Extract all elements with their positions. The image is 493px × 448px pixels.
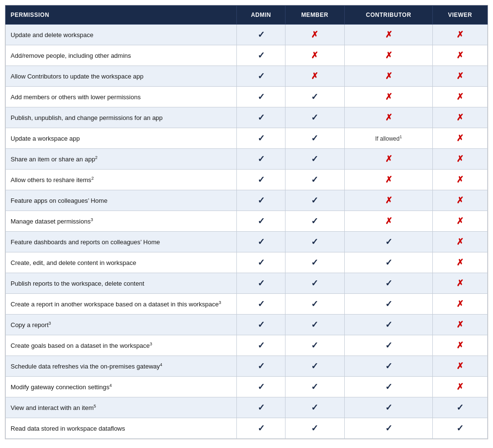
- permission-label: Create goals based on a dataset in the w…: [6, 335, 237, 356]
- cell-admin: ✓: [237, 397, 285, 418]
- permissions-table: PERMISSION ADMIN MEMBER CONTRIBUTOR VIEW…: [5, 5, 488, 439]
- cell-viewer: ✗: [433, 273, 488, 294]
- cell-viewer: ✗: [433, 107, 488, 128]
- check-icon: ✓: [385, 237, 392, 247]
- check-icon: ✓: [258, 341, 265, 350]
- check-icon: ✓: [258, 154, 265, 164]
- cell-contributor: If allowed1: [344, 128, 432, 149]
- check-icon: ✓: [385, 361, 392, 371]
- check-icon: ✓: [258, 51, 265, 60]
- cell-viewer: ✗: [433, 190, 488, 211]
- cross-icon: ✗: [385, 51, 392, 60]
- cell-member: ✗: [285, 45, 344, 66]
- cell-member: ✓: [285, 377, 344, 397]
- table-row: Create, edit, and delete content in work…: [6, 252, 488, 273]
- cell-viewer: ✗: [433, 356, 488, 377]
- check-icon: ✓: [311, 403, 318, 412]
- check-icon: ✓: [258, 175, 265, 184]
- cell-contributor: ✗: [344, 190, 432, 211]
- cell-member: ✓: [285, 211, 344, 232]
- check-icon: ✓: [258, 258, 265, 267]
- check-icon: ✓: [456, 423, 464, 433]
- cell-contributor: ✓: [344, 315, 432, 335]
- check-icon: ✓: [258, 403, 265, 412]
- cell-contributor: ✓: [344, 335, 432, 356]
- check-icon: ✓: [311, 299, 318, 309]
- check-icon: ✓: [258, 30, 265, 40]
- cell-viewer: ✗: [433, 211, 488, 232]
- cell-contributor: ✓: [344, 273, 432, 294]
- table-row: Create a report in another workspace bas…: [6, 294, 488, 315]
- permission-label: Add/remove people, including other admin…: [6, 45, 237, 66]
- cell-admin: ✓: [237, 190, 285, 211]
- cell-member: ✓: [285, 335, 344, 356]
- table-row: Update a workspace app✓✓If allowed1✗: [6, 128, 488, 149]
- cross-icon: ✗: [456, 299, 464, 309]
- cell-contributor: ✗: [344, 211, 432, 232]
- cross-icon: ✗: [456, 341, 464, 350]
- check-icon: ✓: [311, 237, 318, 247]
- cross-icon: ✗: [385, 92, 392, 102]
- table-row: Modify gateway connection settings4✓✓✓✗: [6, 377, 488, 397]
- cell-viewer: ✗: [433, 128, 488, 149]
- check-icon: ✓: [258, 361, 265, 371]
- cross-icon: ✗: [456, 30, 464, 40]
- permission-label: Update a workspace app: [6, 128, 237, 149]
- cell-member: ✓: [285, 315, 344, 335]
- cell-member: ✗: [285, 66, 344, 87]
- cross-icon: ✗: [456, 382, 464, 392]
- permission-label: Copy a report3: [6, 315, 237, 335]
- check-icon: ✓: [385, 278, 392, 288]
- cell-member: ✓: [285, 87, 344, 107]
- check-icon: ✓: [311, 113, 318, 122]
- cell-admin: ✓: [237, 252, 285, 273]
- table-row: Feature dashboards and reports on collea…: [6, 232, 488, 252]
- cell-viewer: ✗: [433, 232, 488, 252]
- permission-label: Allow others to reshare items2: [6, 170, 237, 190]
- check-icon: ✓: [258, 320, 265, 329]
- cross-icon: ✗: [385, 175, 392, 184]
- cell-viewer: ✓: [433, 397, 488, 418]
- cell-contributor: ✗: [344, 87, 432, 107]
- cell-admin: ✓: [237, 335, 285, 356]
- check-icon: ✓: [385, 320, 392, 329]
- permission-label: Feature apps on colleagues’ Home: [6, 190, 237, 211]
- cell-contributor: ✗: [344, 149, 432, 170]
- cell-admin: ✓: [237, 170, 285, 190]
- table-row: Allow others to reshare items2✓✓✗✗: [6, 170, 488, 190]
- table-row: Create goals based on a dataset in the w…: [6, 335, 488, 356]
- cell-viewer: ✗: [433, 294, 488, 315]
- cross-icon: ✗: [385, 113, 392, 122]
- cross-icon: ✗: [456, 175, 464, 184]
- cross-icon: ✗: [456, 51, 464, 60]
- cell-member: ✓: [285, 294, 344, 315]
- cell-contributor: ✓: [344, 232, 432, 252]
- check-icon: ✓: [311, 423, 318, 433]
- check-icon: ✓: [311, 361, 318, 371]
- cell-admin: ✓: [237, 211, 285, 232]
- check-icon: ✓: [311, 154, 318, 164]
- cross-icon: ✗: [456, 258, 464, 267]
- cell-member: ✓: [285, 356, 344, 377]
- check-icon: ✓: [258, 423, 265, 433]
- check-icon: ✓: [258, 133, 265, 143]
- check-icon: ✓: [311, 133, 318, 143]
- table-row: Publish, unpublish, and change permissio…: [6, 107, 488, 128]
- cell-member: ✓: [285, 232, 344, 252]
- permission-label: Publish reports to the workspace, delete…: [6, 273, 237, 294]
- check-icon: ✓: [258, 92, 265, 102]
- table-row: Publish reports to the workspace, delete…: [6, 273, 488, 294]
- cell-viewer: ✓: [433, 418, 488, 439]
- check-icon: ✓: [258, 71, 265, 81]
- check-icon: ✓: [311, 341, 318, 350]
- cell-contributor: ✗: [344, 25, 432, 45]
- table-row: Update and delete workspace✓✗✗✗: [6, 25, 488, 45]
- check-icon: ✓: [311, 382, 318, 392]
- permission-label: Manage dataset permissions3: [6, 211, 237, 232]
- cell-member: ✓: [285, 107, 344, 128]
- permission-label: Allow Contributors to update the workspa…: [6, 66, 237, 87]
- cross-icon: ✗: [311, 71, 318, 81]
- cell-member: ✓: [285, 418, 344, 439]
- cell-viewer: ✗: [433, 335, 488, 356]
- cell-contributor: ✓: [344, 294, 432, 315]
